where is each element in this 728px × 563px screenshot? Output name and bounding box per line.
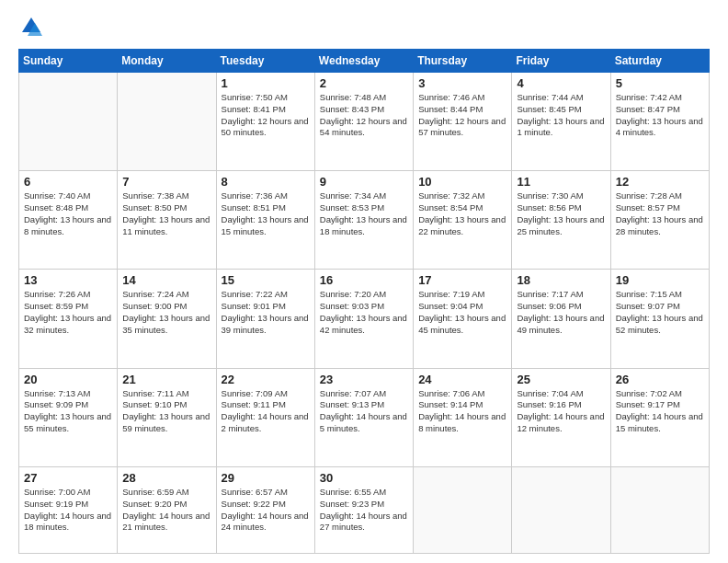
day-info: Sunrise: 7:28 AM Sunset: 8:57 PM Dayligh… <box>616 190 704 237</box>
calendar-cell: 12Sunrise: 7:28 AM Sunset: 8:57 PM Dayli… <box>610 171 709 270</box>
day-number: 30 <box>320 471 408 485</box>
weekday-header-friday: Friday <box>512 50 610 73</box>
day-info: Sunrise: 7:26 AM Sunset: 8:59 PM Dayligh… <box>24 289 112 336</box>
weekday-header-sunday: Sunday <box>19 50 118 73</box>
day-number: 8 <box>222 175 310 189</box>
calendar-cell: 15Sunrise: 7:22 AM Sunset: 9:01 PM Dayli… <box>216 270 314 368</box>
calendar-cell <box>512 466 610 553</box>
day-number: 29 <box>222 471 310 485</box>
calendar-cell: 17Sunrise: 7:19 AM Sunset: 9:04 PM Dayli… <box>414 270 512 368</box>
day-info: Sunrise: 7:19 AM Sunset: 9:04 PM Dayligh… <box>418 289 506 336</box>
calendar-cell: 13Sunrise: 7:26 AM Sunset: 8:59 PM Dayli… <box>19 270 118 368</box>
day-info: Sunrise: 7:02 AM Sunset: 9:17 PM Dayligh… <box>616 388 704 435</box>
calendar-cell <box>19 73 118 171</box>
day-number: 2 <box>320 76 408 90</box>
day-info: Sunrise: 7:30 AM Sunset: 8:56 PM Dayligh… <box>517 190 605 237</box>
day-number: 18 <box>517 273 605 287</box>
day-info: Sunrise: 6:59 AM Sunset: 9:20 PM Dayligh… <box>122 487 210 534</box>
day-info: Sunrise: 7:22 AM Sunset: 9:01 PM Dayligh… <box>222 289 310 336</box>
calendar-cell: 21Sunrise: 7:11 AM Sunset: 9:10 PM Dayli… <box>118 368 216 466</box>
calendar-table: SundayMondayTuesdayWednesdayThursdayFrid… <box>18 49 710 554</box>
day-number: 9 <box>320 175 408 189</box>
day-number: 22 <box>222 373 310 386</box>
day-info: Sunrise: 7:11 AM Sunset: 9:10 PM Dayligh… <box>122 388 210 435</box>
day-number: 11 <box>517 175 605 189</box>
day-info: Sunrise: 7:00 AM Sunset: 9:19 PM Dayligh… <box>24 487 112 534</box>
day-number: 1 <box>222 76 310 90</box>
calendar-cell: 16Sunrise: 7:20 AM Sunset: 9:03 PM Dayli… <box>314 270 413 368</box>
calendar-cell: 2Sunrise: 7:48 AM Sunset: 8:43 PM Daylig… <box>314 73 413 171</box>
calendar-cell: 26Sunrise: 7:02 AM Sunset: 9:17 PM Dayli… <box>610 368 709 466</box>
day-number: 28 <box>122 471 210 485</box>
calendar-cell: 4Sunrise: 7:44 AM Sunset: 8:45 PM Daylig… <box>512 73 610 171</box>
day-info: Sunrise: 7:40 AM Sunset: 8:48 PM Dayligh… <box>24 190 112 237</box>
calendar-cell <box>610 466 709 553</box>
calendar-cell <box>118 73 216 171</box>
day-number: 21 <box>122 373 210 386</box>
day-info: Sunrise: 7:20 AM Sunset: 9:03 PM Dayligh… <box>320 289 408 336</box>
calendar-cell: 8Sunrise: 7:36 AM Sunset: 8:51 PM Daylig… <box>216 171 314 270</box>
week-row-1: 1Sunrise: 7:50 AM Sunset: 8:41 PM Daylig… <box>19 73 710 171</box>
calendar-cell: 27Sunrise: 7:00 AM Sunset: 9:19 PM Dayli… <box>19 466 118 553</box>
week-row-2: 6Sunrise: 7:40 AM Sunset: 8:48 PM Daylig… <box>19 171 710 270</box>
header <box>18 14 710 40</box>
day-info: Sunrise: 7:15 AM Sunset: 9:07 PM Dayligh… <box>616 289 704 336</box>
weekday-header-monday: Monday <box>118 50 216 73</box>
day-number: 20 <box>24 373 112 386</box>
day-number: 5 <box>616 76 704 90</box>
day-number: 27 <box>24 471 112 485</box>
calendar-cell: 22Sunrise: 7:09 AM Sunset: 9:11 PM Dayli… <box>216 368 314 466</box>
day-info: Sunrise: 7:24 AM Sunset: 9:00 PM Dayligh… <box>122 289 210 336</box>
day-number: 6 <box>24 175 112 189</box>
day-info: Sunrise: 7:13 AM Sunset: 9:09 PM Dayligh… <box>24 388 112 435</box>
day-info: Sunrise: 7:50 AM Sunset: 8:41 PM Dayligh… <box>222 92 310 139</box>
week-row-5: 27Sunrise: 7:00 AM Sunset: 9:19 PM Dayli… <box>19 466 710 553</box>
day-number: 25 <box>517 373 605 386</box>
day-number: 3 <box>418 76 506 90</box>
calendar-cell: 24Sunrise: 7:06 AM Sunset: 9:14 PM Dayli… <box>414 368 512 466</box>
day-number: 16 <box>320 273 408 287</box>
weekday-header-saturday: Saturday <box>610 50 709 73</box>
calendar-cell: 14Sunrise: 7:24 AM Sunset: 9:00 PM Dayli… <box>118 270 216 368</box>
day-info: Sunrise: 7:38 AM Sunset: 8:50 PM Dayligh… <box>122 190 210 237</box>
day-info: Sunrise: 6:55 AM Sunset: 9:23 PM Dayligh… <box>320 487 408 534</box>
calendar-cell: 5Sunrise: 7:42 AM Sunset: 8:47 PM Daylig… <box>610 73 709 171</box>
day-info: Sunrise: 6:57 AM Sunset: 9:22 PM Dayligh… <box>222 487 310 534</box>
page: SundayMondayTuesdayWednesdayThursdayFrid… <box>0 0 728 563</box>
calendar-cell: 3Sunrise: 7:46 AM Sunset: 8:44 PM Daylig… <box>414 73 512 171</box>
day-number: 19 <box>616 273 704 287</box>
day-info: Sunrise: 7:34 AM Sunset: 8:53 PM Dayligh… <box>320 190 408 237</box>
weekday-header-wednesday: Wednesday <box>314 50 413 73</box>
day-info: Sunrise: 7:06 AM Sunset: 9:14 PM Dayligh… <box>418 388 506 435</box>
calendar-cell: 30Sunrise: 6:55 AM Sunset: 9:23 PM Dayli… <box>314 466 413 553</box>
day-info: Sunrise: 7:17 AM Sunset: 9:06 PM Dayligh… <box>517 289 605 336</box>
logo-icon <box>18 14 44 40</box>
day-number: 12 <box>616 175 704 189</box>
day-number: 14 <box>122 273 210 287</box>
calendar-cell: 1Sunrise: 7:50 AM Sunset: 8:41 PM Daylig… <box>216 73 314 171</box>
day-number: 10 <box>418 175 506 189</box>
week-row-4: 20Sunrise: 7:13 AM Sunset: 9:09 PM Dayli… <box>19 368 710 466</box>
calendar-cell: 9Sunrise: 7:34 AM Sunset: 8:53 PM Daylig… <box>314 171 413 270</box>
day-number: 23 <box>320 373 408 386</box>
calendar-cell: 6Sunrise: 7:40 AM Sunset: 8:48 PM Daylig… <box>19 171 118 270</box>
day-number: 4 <box>517 76 605 90</box>
calendar-cell <box>414 466 512 553</box>
calendar-cell: 29Sunrise: 6:57 AM Sunset: 9:22 PM Dayli… <box>216 466 314 553</box>
day-info: Sunrise: 7:04 AM Sunset: 9:16 PM Dayligh… <box>517 388 605 435</box>
day-number: 17 <box>418 273 506 287</box>
weekday-header-tuesday: Tuesday <box>216 50 314 73</box>
calendar-cell: 10Sunrise: 7:32 AM Sunset: 8:54 PM Dayli… <box>414 171 512 270</box>
day-info: Sunrise: 7:46 AM Sunset: 8:44 PM Dayligh… <box>418 92 506 139</box>
day-number: 15 <box>222 273 310 287</box>
calendar-cell: 11Sunrise: 7:30 AM Sunset: 8:56 PM Dayli… <box>512 171 610 270</box>
calendar-cell: 20Sunrise: 7:13 AM Sunset: 9:09 PM Dayli… <box>19 368 118 466</box>
day-info: Sunrise: 7:36 AM Sunset: 8:51 PM Dayligh… <box>222 190 310 237</box>
calendar-cell: 28Sunrise: 6:59 AM Sunset: 9:20 PM Dayli… <box>118 466 216 553</box>
calendar-cell: 23Sunrise: 7:07 AM Sunset: 9:13 PM Dayli… <box>314 368 413 466</box>
week-row-3: 13Sunrise: 7:26 AM Sunset: 8:59 PM Dayli… <box>19 270 710 368</box>
day-number: 26 <box>616 373 704 386</box>
calendar-cell: 19Sunrise: 7:15 AM Sunset: 9:07 PM Dayli… <box>610 270 709 368</box>
logo <box>18 14 48 40</box>
day-info: Sunrise: 7:09 AM Sunset: 9:11 PM Dayligh… <box>222 388 310 435</box>
